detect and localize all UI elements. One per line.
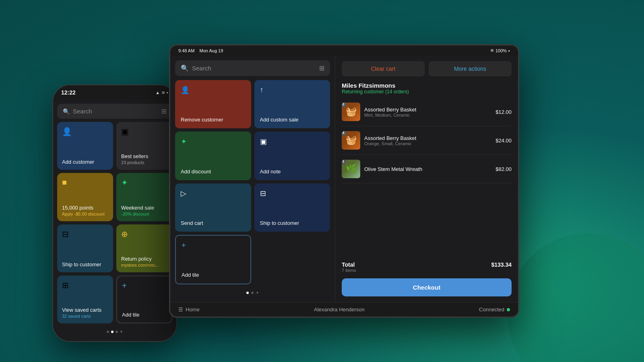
cart-total-section: Total 7 items $133.34 — [342, 260, 512, 274]
cart-total-info: Total 7 items — [342, 261, 356, 273]
phone-tile-best-sellers[interactable]: ▣ Best sellers 23 products — [116, 122, 172, 170]
tablet-device: 9:48 AM Mon Aug 19 ≋ 100% ▪ 🔍 Search ⊞ 👤… — [169, 44, 519, 318]
add-custom-sale-label: Add custom sale — [260, 117, 325, 123]
ship-to-customer-label: Ship to customer — [260, 220, 325, 226]
phone-tile-return-policy[interactable]: ⊕ Return policy mystore.com/retu... — [116, 224, 172, 272]
dot-3[interactable] — [116, 331, 118, 333]
cart-actions-row: Clear cart More actions — [342, 61, 512, 76]
footer-user: Alexandra Henderson — [314, 306, 365, 313]
phone-tile-weekend-sale[interactable]: ✦ Weekend sale -20% discount — [116, 173, 172, 221]
tab-tile-add-discount[interactable]: ✦ Add discount — [175, 132, 251, 180]
cart-items-list: 🧺 2 Assorted Berry Basket Mint, Medium, … — [342, 100, 512, 256]
points-label: 15,000 points — [62, 205, 108, 211]
item-info: Assorted Berry Basket Orange, Small, Cer… — [364, 135, 491, 146]
person-icon: 👤 — [62, 127, 108, 136]
view-saved-carts-label: View saved carts — [62, 307, 108, 313]
tab-tile-ship-to-customer[interactable]: ⊟ Ship to customer — [254, 183, 330, 232]
tab-tile-add-tile[interactable]: + Add tile — [175, 235, 251, 284]
phone-tile-points[interactable]: ■ 15,000 points Apply -$5.00 discount — [57, 173, 113, 221]
tablet-status-bar: 9:48 AM Mon Aug 19 ≋ 100% ▪ — [170, 45, 518, 56]
cart-item: 🧺 4 Assorted Berry Basket Orange, Small,… — [342, 129, 512, 152]
total-items: 7 items — [342, 268, 356, 273]
weekend-sale-label: Weekend sale — [121, 205, 167, 211]
tablet-time: 9:48 AM Mon Aug 19 — [178, 48, 223, 53]
item-thumbnail: 🧺 4 — [342, 131, 360, 150]
item-name: Assorted Berry Basket — [364, 107, 491, 113]
add-tile-label: Add tile — [182, 272, 245, 278]
remove-customer-icon: 👤 — [181, 86, 246, 95]
custom-sale-icon: ↑ — [260, 86, 325, 94]
tablet-dot-2[interactable] — [251, 292, 254, 294]
grid-icon: ⊞ — [161, 107, 167, 115]
return-policy-sublabel: mystore.com/retu... — [121, 263, 167, 267]
remove-customer-label: Remove customer — [181, 117, 246, 123]
tablet-search-input[interactable]: Search — [192, 65, 316, 72]
phone-tile-view-saved-carts[interactable]: ⊞ View saved carts 32 saved carts — [57, 276, 113, 323]
item-variant: Mint, Medium, Ceramic — [364, 113, 491, 117]
phone-search-input[interactable]: Search — [73, 108, 158, 115]
item-variant: Orange, Small, Ceramic — [364, 141, 491, 146]
add-discount-label: Add discount — [181, 169, 246, 175]
item-image: 🧺 — [346, 135, 357, 146]
add-tile-label: Add tile — [122, 312, 167, 318]
customer-name: Miles Fitzsimmons — [342, 82, 512, 89]
tablet-add-page[interactable]: + — [256, 290, 259, 296]
item-price: $82.00 — [495, 166, 512, 172]
tablet-right-panel: Clear cart More actions Miles Fitzsimmon… — [335, 56, 518, 302]
tab-tile-remove-customer[interactable]: 👤 Remove customer — [175, 80, 251, 128]
weekend-sale-sublabel: -20% discount — [121, 212, 167, 216]
discount-icon: ✦ — [181, 137, 246, 146]
cart-divider — [342, 183, 512, 183]
return-policy-label: Return policy — [121, 256, 167, 262]
sale-icon: ✦ — [121, 178, 167, 187]
footer-status: Connected — [479, 306, 510, 313]
item-name: Assorted Berry Basket — [364, 135, 491, 141]
tablet-wifi-icon: ≋ — [490, 48, 494, 53]
ship-to-customer-icon: ⊟ — [260, 189, 325, 198]
dot-2[interactable] — [111, 331, 114, 333]
tablet-search-bar[interactable]: 🔍 Search ⊞ — [175, 60, 330, 76]
tablet-grid-icon: ⊞ — [319, 64, 324, 72]
ship-to-customer-label: Ship to customer — [62, 261, 108, 267]
search-icon: 🔍 — [63, 108, 70, 115]
tablet-dot-1[interactable] — [246, 292, 249, 294]
phone-tile-add-tile[interactable]: + Add tile — [116, 276, 172, 323]
return-icon: ⊕ — [121, 229, 167, 239]
tablet-search-icon: 🔍 — [181, 64, 189, 72]
add-note-label: Add note — [260, 169, 325, 175]
phone-search-bar[interactable]: 🔍 Search ⊞ — [57, 104, 172, 119]
tablet-battery: 100% — [495, 48, 507, 53]
send-cart-icon: ▷ — [181, 189, 246, 198]
phone-tile-ship-to-customer[interactable]: ⊟ Ship to customer — [57, 224, 113, 272]
phone-device: 12:22 ▲ ≋ ▪ 🔍 Search ⊞ 👤 Add customer — [52, 84, 177, 342]
tablet-body: 🔍 Search ⊞ 👤 Remove customer ↑ Add custo… — [170, 56, 518, 302]
phone-status: ▲ ≋ ▪ — [155, 90, 168, 95]
tablet-page-dots: + — [175, 288, 330, 297]
item-image: 🌿 — [346, 164, 357, 174]
signal-icon: ▲ — [155, 90, 160, 95]
cart-item: 🌿 1 Olive Stem Metal Wreath $82.00 — [342, 157, 512, 181]
add-customer-label: Add customer — [62, 159, 108, 165]
more-actions-button[interactable]: More actions — [429, 61, 512, 76]
checkout-button[interactable]: Checkout — [342, 278, 512, 296]
tab-tile-add-custom-sale[interactable]: ↑ Add custom sale — [254, 80, 330, 128]
item-price: $12.00 — [495, 109, 512, 115]
cart-divider — [342, 154, 512, 155]
best-sellers-label: Best sellers — [121, 153, 167, 159]
phone-tile-add-customer[interactable]: 👤 Add customer — [57, 122, 113, 170]
phone-tiles-grid: 👤 Add customer ▣ Best sellers 23 product… — [57, 122, 172, 323]
tab-tile-send-cart[interactable]: ▷ Send cart — [175, 183, 251, 232]
customer-status: Returning customer (14 orders) — [342, 89, 512, 95]
tablet-footer: ☰ Home Alexandra Henderson Connected — [170, 302, 518, 317]
item-image: 🧺 — [346, 107, 357, 117]
clear-cart-button[interactable]: Clear cart — [342, 61, 425, 76]
ship-icon: ⊟ — [62, 229, 108, 239]
add-page-icon[interactable]: + — [120, 329, 123, 335]
footer-home[interactable]: ☰ Home — [178, 306, 200, 313]
tab-tile-add-note[interactable]: ▣ Add note — [254, 132, 330, 180]
connection-status-dot — [507, 308, 510, 311]
tablet-battery-icon: ▪ — [508, 48, 510, 53]
dot-1[interactable] — [107, 331, 109, 333]
send-cart-label: Send cart — [181, 220, 246, 226]
tablet-tiles-grid: 👤 Remove customer ↑ Add custom sale ✦ Ad… — [175, 80, 330, 284]
